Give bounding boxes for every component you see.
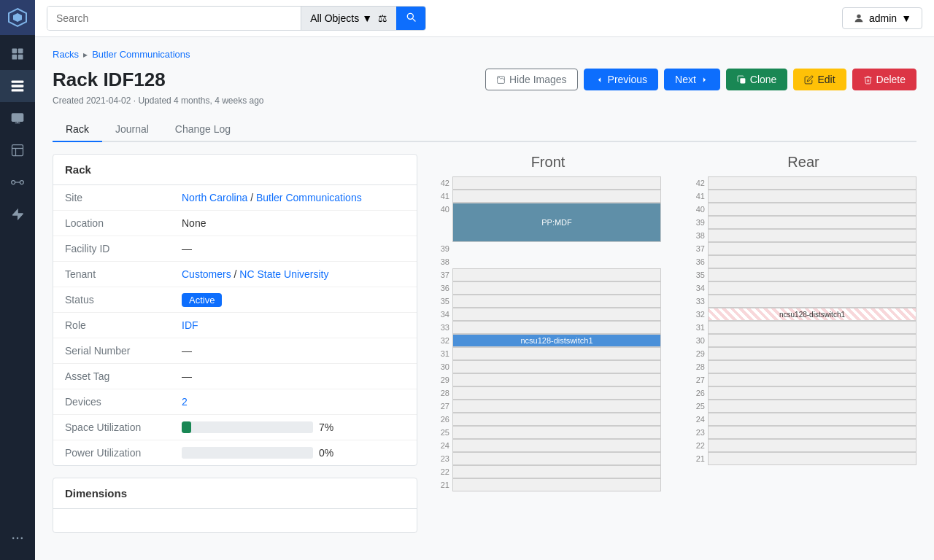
rack-slot	[708, 216, 916, 229]
rack-viz-container: Front 42 41	[435, 154, 916, 491]
sidebar-item-more[interactable]	[0, 522, 35, 554]
site-link-north-carolina[interactable]: North Carolina	[182, 192, 247, 203]
rack-slot	[708, 386, 916, 400]
tenant-link-customers[interactable]: Customers	[182, 268, 231, 280]
rack-row-39-num: 39	[435, 242, 661, 255]
field-label: Asset Tag	[53, 364, 170, 389]
rack-slot	[708, 347, 916, 360]
rack-num: 40	[690, 203, 708, 216]
search-filter-button[interactable]: All Objects ▼ ⚖	[301, 7, 396, 30]
rack-row-29-front: 29	[435, 373, 661, 386]
power-progress-label: 0%	[319, 447, 333, 459]
sidebar-item-connections[interactable]	[0, 166, 35, 198]
rack-num: 29	[690, 347, 708, 360]
delete-button[interactable]: Delete	[852, 69, 916, 90]
rack-num: 25	[690, 400, 708, 413]
rack-row-26-front: 26	[435, 413, 661, 426]
clone-button[interactable]: Clone	[726, 69, 788, 90]
rack-slot-distswitch-front[interactable]: ncsu128-distswitch1	[452, 334, 661, 347]
rack-slot	[708, 255, 916, 268]
rack-row-23-rear: 23	[690, 426, 916, 439]
field-label: Facility ID	[53, 236, 170, 262]
tab-change-log[interactable]: Change Log	[162, 117, 244, 142]
search-input[interactable]	[47, 7, 301, 30]
tab-rack[interactable]: Rack	[53, 117, 102, 142]
site-link-butler[interactable]: Butler Communications	[256, 192, 362, 203]
sidebar-item-power[interactable]	[0, 198, 35, 230]
next-button[interactable]: Next	[664, 69, 720, 90]
svg-point-14	[20, 181, 23, 184]
search-wrapper: All Objects ▼ ⚖	[47, 6, 426, 31]
sidebar-item-devices[interactable]	[0, 102, 35, 134]
space-progress-fill	[182, 421, 191, 433]
rack-row-34-rear: 34	[690, 281, 916, 295]
sidebar-item-modules[interactable]	[0, 134, 35, 166]
tab-journal[interactable]: Journal	[102, 117, 162, 142]
sidebar-item-racks[interactable]	[0, 70, 35, 102]
field-value-tenant: Customers / NC State University	[170, 262, 417, 287]
field-label: Status	[53, 287, 170, 313]
rack-num: 34	[690, 281, 708, 295]
rack-row-38-rear: 38	[690, 229, 916, 242]
tenant-link-ncstate[interactable]: NC State University	[239, 268, 328, 280]
devices-link[interactable]: 2	[182, 396, 188, 408]
hide-images-button[interactable]: Hide Images	[485, 69, 578, 90]
content-grid: Rack Site North Carolina / Butler Commun…	[53, 154, 916, 545]
table-row: Asset Tag —	[53, 364, 417, 389]
svg-rect-2	[12, 49, 18, 54]
rack-row-37-rear: 37	[690, 242, 916, 255]
search-button[interactable]	[396, 7, 425, 30]
rack-slot	[708, 334, 916, 347]
edit-label: Edit	[817, 74, 835, 85]
rack-num: 31	[690, 321, 708, 334]
rack-slot	[452, 373, 661, 386]
rack-slot	[452, 426, 661, 439]
rack-num: 23	[690, 426, 708, 439]
right-panel: Front 42 41	[435, 154, 916, 545]
field-value-devices: 2	[170, 389, 417, 415]
rack-row-35-front: 35	[435, 295, 661, 308]
rack-slot-distswitch-rear[interactable]: ncsu128-distswitch1	[708, 308, 916, 321]
space-progress-label: 7%	[319, 421, 333, 433]
sidebar-item-dashboard[interactable]	[0, 38, 35, 70]
rack-num: 35	[435, 295, 452, 308]
rack-num: 29	[435, 373, 452, 386]
rack-front: Front 42 41	[435, 154, 661, 491]
filter-label: All Objects	[310, 12, 359, 24]
rack-row-38-num: 38	[435, 255, 661, 268]
edit-button[interactable]: Edit	[793, 69, 846, 90]
rack-slot	[708, 321, 916, 334]
admin-button[interactable]: admin ▼	[842, 7, 922, 29]
field-label: Power Utilization	[53, 440, 170, 466]
svg-rect-7	[12, 85, 24, 87]
field-label: Site	[53, 185, 170, 211]
rack-rear-title: Rear	[690, 154, 916, 171]
table-row: Serial Number —	[53, 338, 417, 364]
rack-rear-grid: 42 41 40 39	[690, 176, 916, 465]
role-link[interactable]: IDF	[182, 319, 198, 331]
rack-row-30-front: 30	[435, 360, 661, 373]
previous-button[interactable]: Previous	[584, 69, 658, 90]
rack-num: 31	[435, 347, 452, 360]
breadcrumb-racks[interactable]: Racks	[53, 49, 79, 60]
rack-front-title: Front	[435, 154, 661, 171]
rack-num: 33	[690, 295, 708, 308]
rack-details-table: Site North Carolina / Butler Communicati…	[53, 185, 417, 465]
field-value-space: 7%	[170, 415, 417, 440]
field-value-asset-tag: —	[170, 364, 417, 389]
rack-row-31-rear: 31	[690, 321, 916, 334]
table-row: Facility ID —	[53, 236, 417, 262]
rack-slot	[708, 229, 916, 242]
logo[interactable]	[0, 0, 35, 35]
table-row: Location None	[53, 211, 417, 236]
svg-point-16	[12, 537, 15, 540]
rack-row-25-front: 25	[435, 426, 661, 439]
rack-row-24-rear: 24	[690, 413, 916, 426]
rack-slot	[708, 413, 916, 426]
breadcrumb-butler[interactable]: Butler Communications	[92, 49, 190, 60]
table-row: Status Active	[53, 287, 417, 313]
table-row: Space Utilization 7%	[53, 415, 417, 440]
rack-num: 28	[690, 360, 708, 373]
rack-num: 21	[435, 478, 452, 491]
rack-slot-ppmdf[interactable]: PP:MDF	[452, 203, 661, 242]
